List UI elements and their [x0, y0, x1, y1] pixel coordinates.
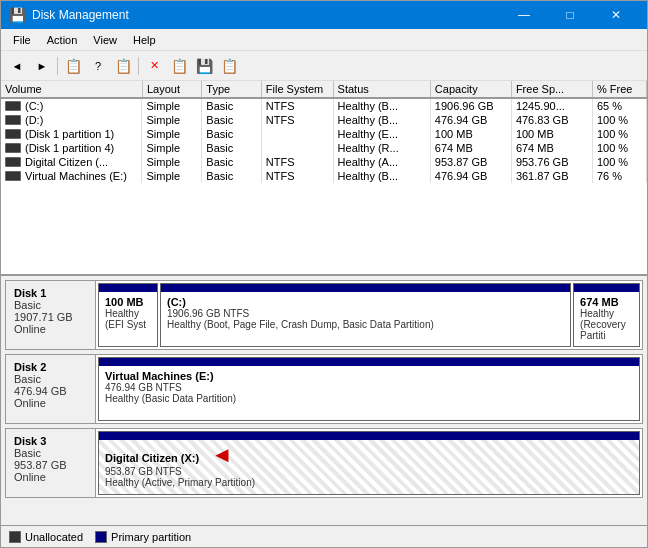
drive-icon	[5, 115, 21, 125]
menu-view[interactable]: View	[85, 32, 125, 48]
partition-header-bar	[574, 284, 639, 292]
maximize-button[interactable]: □	[547, 1, 593, 29]
table-cell: Simple	[142, 155, 201, 169]
table-cell: 100 %	[592, 141, 646, 155]
app-icon: 💾	[9, 7, 26, 23]
table-cell: 100 %	[592, 127, 646, 141]
table-cell: 100 %	[592, 155, 646, 169]
table-cell: 65 %	[592, 98, 646, 113]
partition-header-bar	[99, 358, 639, 366]
table-cell: 476.83 GB	[511, 113, 592, 127]
partition-name: Virtual Machines (E:)	[105, 370, 633, 382]
table-cell: (C:)	[1, 99, 142, 113]
table-cell: 953.76 GB	[511, 155, 592, 169]
table-cell: Simple	[142, 127, 201, 141]
table-cell: 100 MB	[430, 127, 511, 141]
close-button[interactable]: ✕	[593, 1, 639, 29]
back-button[interactable]: ◄	[5, 54, 29, 78]
table-row[interactable]: (Disk 1 partition 1)SimpleBasicHealthy (…	[1, 127, 647, 141]
table-cell: NTFS	[261, 113, 333, 127]
disk-management-window: 💾 Disk Management — □ ✕ File Action View…	[0, 0, 648, 548]
table-cell: Digital Citizen (...	[1, 155, 142, 169]
table-cell: Healthy (E...	[333, 127, 430, 141]
window-title: Disk Management	[32, 8, 501, 22]
table-cell: Healthy (R...	[333, 141, 430, 155]
toolbar-btn-8[interactable]: 📋	[167, 54, 191, 78]
partition-detail: 476.94 GB NTFS	[105, 382, 633, 393]
col-type[interactable]: Type	[202, 81, 261, 98]
table-cell: (Disk 1 partition 4)	[1, 141, 142, 155]
table-cell: Simple	[142, 98, 201, 113]
table-cell: (Disk 1 partition 1)	[1, 127, 142, 141]
col-status[interactable]: Status	[333, 81, 430, 98]
partition[interactable]: Digital Citizen (X:)◄953.87 GB NTFSHealt…	[98, 431, 640, 495]
toolbar-btn-10[interactable]: 📋	[217, 54, 241, 78]
partition-name: Digital Citizen (X:)◄	[105, 444, 633, 466]
disk-name: Disk 2	[14, 361, 87, 373]
table-cell: Basic	[202, 155, 261, 169]
title-bar: 💾 Disk Management — □ ✕	[1, 1, 647, 29]
partition[interactable]: (C:)1906.96 GB NTFSHealthy (Boot, Page F…	[160, 283, 571, 347]
toolbar-sep2	[138, 57, 139, 75]
help-button[interactable]: ?	[86, 54, 110, 78]
col-volume[interactable]: Volume	[1, 81, 142, 98]
table-cell: Basic	[202, 127, 261, 141]
table-row[interactable]: (Disk 1 partition 4)SimpleBasicHealthy (…	[1, 141, 647, 155]
col-freespace[interactable]: Free Sp...	[511, 81, 592, 98]
toolbar-btn-3[interactable]: 📋	[61, 54, 85, 78]
table-cell: 953.87 GB	[430, 155, 511, 169]
delete-button[interactable]: ✕	[142, 54, 166, 78]
menu-action[interactable]: Action	[39, 32, 86, 48]
col-capacity[interactable]: Capacity	[430, 81, 511, 98]
partition-detail: Healthy (EFI Syst	[105, 308, 151, 330]
toolbar: ◄ ► 📋 ? 📋 ✕ 📋 💾 📋	[1, 51, 647, 81]
table-cell: 76 %	[592, 169, 646, 183]
disk-partitions: Digital Citizen (X:)◄953.87 GB NTFSHealt…	[96, 429, 642, 497]
table-cell: 1906.96 GB	[430, 98, 511, 113]
col-filesystem[interactable]: File System	[261, 81, 333, 98]
disk-partitions: Virtual Machines (E:)476.94 GB NTFSHealt…	[96, 355, 642, 423]
table-cell: 476.94 GB	[430, 169, 511, 183]
toolbar-sep1	[57, 57, 58, 75]
col-layout[interactable]: Layout	[142, 81, 201, 98]
table-cell: Basic	[202, 113, 261, 127]
table-cell: 100 MB	[511, 127, 592, 141]
main-content: Volume Layout Type File System Status Ca…	[1, 81, 647, 525]
partition-name: 100 MB	[105, 296, 151, 308]
table-row[interactable]: (C:)SimpleBasicNTFSHealthy (B...1906.96 …	[1, 98, 647, 113]
disk-type: Basic	[14, 299, 87, 311]
disk-partitions: 100 MBHealthy (EFI Syst(C:)1906.96 GB NT…	[96, 281, 642, 349]
menu-help[interactable]: Help	[125, 32, 164, 48]
window-controls: — □ ✕	[501, 1, 639, 29]
table-cell: Basic	[202, 98, 261, 113]
disk-label: Disk 1 Basic 1907.71 GB Online	[6, 281, 96, 349]
table-cell: Simple	[142, 141, 201, 155]
table-cell	[261, 127, 333, 141]
table-cell: Basic	[202, 169, 261, 183]
table-row[interactable]: Virtual Machines (E:)SimpleBasicNTFSHeal…	[1, 169, 647, 183]
partition[interactable]: 674 MBHealthy (Recovery Partiti	[573, 283, 640, 347]
disk-row: Disk 3 Basic 953.87 GB OnlineDigital Cit…	[5, 428, 643, 498]
partition[interactable]: 100 MBHealthy (EFI Syst	[98, 283, 158, 347]
table-cell: 674 MB	[511, 141, 592, 155]
minimize-button[interactable]: —	[501, 1, 547, 29]
legend-unallocated: Unallocated	[9, 531, 83, 543]
toolbar-btn-9[interactable]: 💾	[192, 54, 216, 78]
drive-icon	[5, 129, 21, 139]
partition-detail: Healthy (Recovery Partiti	[580, 308, 633, 341]
drive-icon	[5, 101, 21, 111]
table-cell: 100 %	[592, 113, 646, 127]
toolbar-btn-5[interactable]: 📋	[111, 54, 135, 78]
partition-name: (C:)	[167, 296, 564, 308]
forward-button[interactable]: ►	[30, 54, 54, 78]
disk-status: Online	[14, 471, 87, 483]
volume-table-section: Volume Layout Type File System Status Ca…	[1, 81, 647, 276]
table-row[interactable]: (D:)SimpleBasicNTFSHealthy (B...476.94 G…	[1, 113, 647, 127]
col-percentfree[interactable]: % Free	[592, 81, 646, 98]
partition[interactable]: Virtual Machines (E:)476.94 GB NTFSHealt…	[98, 357, 640, 421]
table-row[interactable]: Digital Citizen (...SimpleBasicNTFSHealt…	[1, 155, 647, 169]
menu-file[interactable]: File	[5, 32, 39, 48]
partition-extra: Healthy (Active, Primary Partition)	[105, 477, 633, 488]
disk-label: Disk 2 Basic 476.94 GB Online	[6, 355, 96, 423]
partition-header-bar	[161, 284, 570, 292]
